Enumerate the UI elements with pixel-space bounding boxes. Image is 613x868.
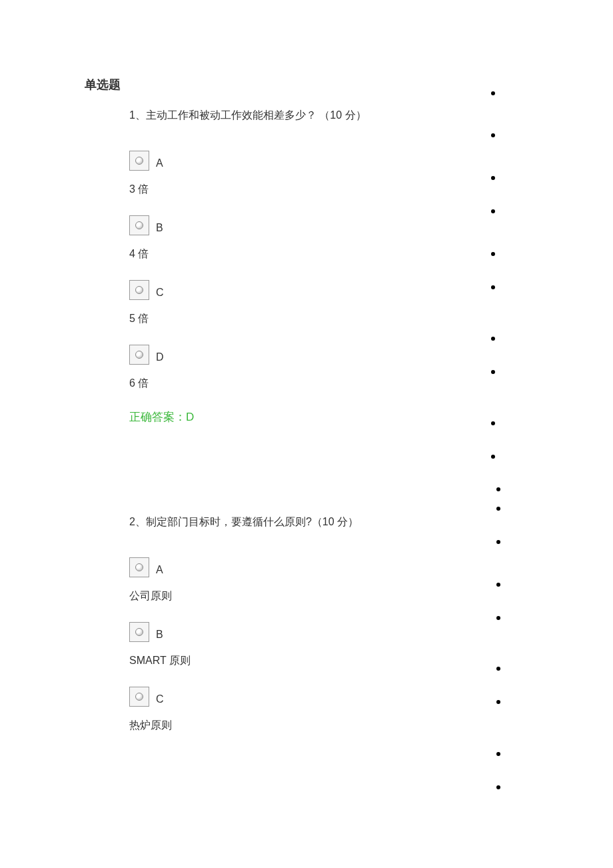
bullet-icon	[496, 700, 500, 704]
radio-button[interactable]	[129, 280, 149, 300]
bullet-icon	[491, 337, 495, 341]
option-letter: A	[156, 564, 163, 577]
correct-answer: 正确答案：D	[129, 409, 366, 425]
option-letter: D	[156, 351, 164, 365]
bullet-icon	[496, 487, 500, 491]
radio-button[interactable]	[129, 345, 149, 365]
q2-option-c: C 热炉原则	[129, 687, 358, 733]
option-text: 6 倍	[129, 377, 366, 391]
radio-button[interactable]	[129, 215, 149, 235]
section-title: 单选题	[85, 77, 121, 93]
radio-button[interactable]	[129, 557, 149, 577]
question-2-text: 2、制定部门目标时，要遵循什么原则?（10 分）	[129, 515, 358, 529]
radio-button[interactable]	[129, 622, 149, 642]
question-1-text: 1、主动工作和被动工作效能相差多少？ （10 分）	[129, 109, 366, 123]
bullet-icon	[496, 667, 500, 671]
radio-icon	[135, 628, 143, 636]
bullet-icon	[491, 252, 495, 256]
question-2: 2、制定部门目标时，要遵循什么原则?（10 分） A 公司原则 B SMART …	[129, 515, 358, 751]
radio-icon	[135, 286, 143, 294]
option-text: 公司原则	[129, 589, 358, 603]
q2-option-b: B SMART 原则	[129, 622, 358, 668]
q1-option-d: D 6 倍	[129, 345, 366, 391]
q2-option-a: A 公司原则	[129, 557, 358, 603]
option-text: 4 倍	[129, 247, 366, 261]
radio-icon	[135, 563, 143, 571]
radio-icon	[135, 157, 143, 165]
question-1: 1、主动工作和被动工作效能相差多少？ （10 分） A 3 倍 B 4 倍 C …	[129, 109, 366, 425]
radio-icon	[135, 693, 143, 701]
bullet-icon	[491, 91, 495, 95]
option-letter: C	[156, 693, 164, 707]
q1-option-a: A 3 倍	[129, 151, 366, 197]
bullet-icon	[491, 370, 495, 374]
bullet-icon	[491, 421, 495, 425]
bullet-icon	[496, 583, 500, 587]
option-text: SMART 原则	[129, 654, 358, 668]
bullet-icon	[491, 209, 495, 213]
bullet-icon	[491, 133, 495, 137]
option-letter: B	[156, 629, 163, 642]
option-text: 热炉原则	[129, 719, 358, 733]
radio-icon	[135, 221, 143, 229]
q1-option-b: B 4 倍	[129, 215, 366, 261]
bullet-icon	[496, 540, 500, 544]
option-text: 3 倍	[129, 183, 366, 197]
radio-button[interactable]	[129, 151, 149, 171]
radio-icon	[135, 351, 143, 359]
bullet-icon	[496, 616, 500, 620]
option-letter: C	[156, 287, 164, 300]
radio-button[interactable]	[129, 687, 149, 707]
bullet-icon	[496, 752, 500, 756]
option-text: 5 倍	[129, 312, 366, 326]
q1-option-c: C 5 倍	[129, 280, 366, 326]
bullet-icon	[496, 785, 500, 789]
bullet-icon	[491, 455, 495, 459]
option-letter: B	[156, 222, 163, 235]
bullet-icon	[491, 285, 495, 289]
bullet-icon	[491, 176, 495, 180]
option-letter: A	[156, 157, 163, 171]
bullet-icon	[496, 507, 500, 511]
